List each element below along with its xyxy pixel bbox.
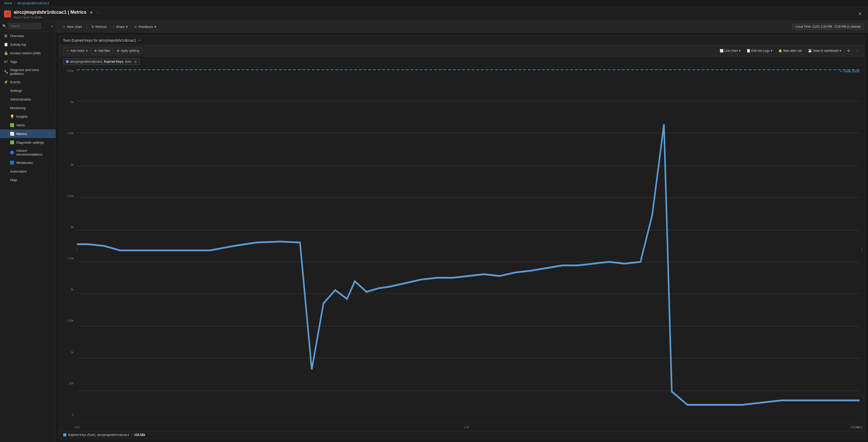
more-options-button[interactable]: ··· — [96, 9, 101, 15]
sidebar-icon-access-control: 🔒 — [4, 51, 8, 55]
share-button[interactable]: ↑ Share ▾ — [111, 24, 130, 30]
apply-splitting-button[interactable]: ⊞ Apply splitting — [114, 48, 142, 54]
app-icon — [4, 10, 11, 18]
chart-title-bar: Sum Expired Keys for airccjmsprdshr1rdcc… — [59, 36, 865, 45]
y-axis-label: 1k — [71, 351, 73, 354]
sidebar-item-monitoring[interactable]: Monitoring ˅ — [0, 104, 56, 112]
chart-title: Sum Expired Keys for airccjmsprdshr1rdcc… — [63, 38, 136, 42]
sidebar-item-activity-log[interactable]: 📋 Activity log — [0, 40, 56, 49]
legend-sep: | — [131, 433, 132, 437]
sidebar-items-container: ⊞ Overview 📋 Activity log 🔒 Access contr… — [0, 31, 56, 184]
favorite-button[interactable]: ★ — [88, 9, 94, 16]
line-chart-button[interactable]: 📈 Line chart ▾ — [718, 48, 743, 54]
sidebar-label-help: Help — [10, 178, 17, 182]
sidebar-icon-monitoring — [4, 106, 8, 110]
refresh-icon: ↻ — [91, 25, 94, 29]
metric-pill-color — [66, 60, 68, 63]
sidebar-label-events: Events — [10, 80, 20, 84]
drill-logs-icon: 📄 — [747, 49, 750, 53]
sidebar-label-monitoring: Monitoring — [10, 106, 26, 110]
sidebar-item-insights[interactable]: 💡 Insights — [0, 112, 56, 121]
legend-value: 115.52k — [134, 433, 145, 437]
new-alert-icon: 🔔 — [778, 49, 782, 53]
new-chart-label: New chart — [67, 25, 82, 29]
sidebar-label-metrics: Metrics — [16, 132, 27, 136]
breadcrumb-home[interactable]: Home — [4, 2, 12, 5]
refresh-label: Refresh — [95, 25, 107, 29]
y-axis-label: 2.50k — [67, 257, 73, 260]
sidebar-item-metrics[interactable]: 📈 Metrics — [0, 129, 56, 138]
content-area: ＋ New chart ↻ Refresh ↑ Share ▾ ☺ Feedba… — [56, 21, 868, 442]
sidebar-icon-alerts: 🟩 — [10, 123, 14, 127]
sidebar-item-tags[interactable]: 🏷 Tags — [0, 57, 56, 66]
sidebar-item-settings[interactable]: Settings › — [0, 86, 56, 95]
feedback-chevron-icon: ▾ — [154, 25, 156, 29]
sidebar-item-administration[interactable]: Administration › — [0, 95, 56, 104]
app-header: airccjmsprdshr1rdccac1 | Metrics ★ ··· A… — [0, 7, 868, 21]
feedback-button[interactable]: ☺ Feedback ▾ — [131, 24, 158, 30]
sidebar-item-alerts[interactable]: 🟩 Alerts — [0, 121, 56, 129]
chart-actions-right: 📈 Line chart ▾ 📄 Drill into Logs ▾ 🔔 New… — [718, 48, 861, 54]
new-chart-icon: ＋ — [62, 24, 66, 29]
sidebar-item-workbooks[interactable]: 🟦 Workbooks — [0, 158, 56, 167]
sidebar-item-help[interactable]: Help › — [0, 176, 56, 184]
chart-more-button[interactable]: ··· — [854, 48, 861, 54]
sidebar-label-access-control: Access control (IAM) — [10, 51, 41, 55]
drill-into-logs-button[interactable]: 📄 Drill into Logs ▾ — [745, 48, 775, 54]
y-axis-label: 5k — [71, 101, 73, 104]
y-axis: 5.50k5k4.50k4k3.50k3k2.50k2k1.50k1k5000 — [60, 70, 73, 416]
sidebar-item-events[interactable]: ⚡ Events — [0, 78, 56, 86]
main-layout: 🔍 « ⊞ Overview 📋 Activity log 🔒 Access c… — [0, 21, 868, 442]
y-axis-label: 0 — [72, 413, 73, 416]
sidebar-item-diagnostic-settings[interactable]: 🟩 Diagnostic settings — [0, 138, 56, 147]
save-to-dashboard-button[interactable]: 💾 Save to dashboard ▾ — [806, 48, 843, 54]
breadcrumb-resource[interactable]: airccjmsprdshr1rdccac1 — [17, 2, 49, 5]
sidebar-item-diagnose[interactable]: 🔧 Diagnose and solve problems — [0, 66, 56, 78]
chart-settings-button[interactable]: ⚙ — [845, 48, 852, 54]
save-dashboard-label: Save to dashboard — [813, 49, 839, 53]
chart-legend: Expired Keys (Sum), airccjmsprdshr1rdcca… — [59, 431, 865, 439]
chart-nav-right-button[interactable]: › — [860, 245, 864, 254]
sidebar-label-tags: Tags — [10, 60, 17, 64]
metric-pill-close-icon[interactable]: ⊗ — [134, 60, 137, 64]
close-button[interactable]: ✕ — [856, 10, 864, 18]
search-input[interactable] — [8, 23, 41, 29]
app-subtitle: Azure Cache for Redis — [14, 16, 101, 19]
sidebar-label-diagnose: Diagnose and solve problems — [10, 68, 52, 76]
metric-name: Expired Keys — [104, 60, 123, 63]
svg-marker-1 — [6, 12, 9, 15]
add-filter-icon: ⊕ — [94, 49, 97, 53]
metric-agg: Sum — [125, 60, 131, 63]
metric-pill[interactable]: airccjmsprdshr1rdccac1, Expired Keys, Su… — [63, 58, 140, 65]
search-icon: 🔍 — [3, 24, 6, 28]
chart-nav-left-button[interactable]: ‹ — [75, 245, 79, 254]
edit-title-icon[interactable]: ✏ — [138, 38, 141, 42]
sidebar-label-insights: Insights — [16, 115, 28, 118]
sidebar-item-access-control[interactable]: 🔒 Access control (IAM) — [0, 49, 56, 57]
sidebar-item-automation[interactable]: Automation › — [0, 167, 56, 176]
sidebar-collapse-button[interactable]: « — [51, 24, 53, 28]
save-dashboard-chevron-icon: ▾ — [840, 49, 841, 53]
header-actions: ✕ — [856, 10, 864, 18]
line-chart-icon: 📈 — [720, 49, 723, 53]
new-alert-label: New alert rule — [783, 49, 802, 53]
sidebar-item-overview[interactable]: ⊞ Overview — [0, 31, 56, 40]
app-title: airccjmsprdshr1rdccac1 | Metrics ★ ··· — [14, 9, 101, 16]
sidebar-label-workbooks: Workbooks — [16, 161, 33, 165]
sidebar-icon-automation — [4, 169, 8, 174]
sidebar-item-advisor-recommendations[interactable]: 🔵 Advisor recommendations — [0, 147, 56, 158]
header-left: airccjmsprdshr1rdccac1 | Metrics ★ ··· A… — [4, 9, 101, 19]
new-alert-rule-button[interactable]: 🔔 New alert rule — [776, 48, 804, 54]
share-icon: ↑ — [113, 25, 115, 29]
toolbar-separator-1 — [87, 24, 87, 29]
add-filter-button[interactable]: ⊕ Add filter — [91, 48, 113, 54]
refresh-button[interactable]: ↻ Refresh — [89, 24, 110, 30]
chart-area: ↩ Undo Zoom ‹ › 5.50k5k4.50k4k3.50k3k2.5… — [59, 67, 865, 431]
x-axis-label: 2:30 — [74, 426, 79, 429]
time-range-label[interactable]: Local Time: 11/21 2:28 PM - 3:16 PM (1 m… — [793, 24, 864, 30]
sidebar-icon-settings — [4, 88, 8, 93]
new-chart-button[interactable]: ＋ New chart — [60, 23, 85, 30]
main-toolbar: ＋ New chart ↻ Refresh ↑ Share ▾ ☺ Feedba… — [56, 21, 868, 32]
sidebar-label-automation: Automation — [10, 169, 27, 173]
add-metric-button[interactable]: ＋ Add metric ▾ — [63, 47, 90, 54]
